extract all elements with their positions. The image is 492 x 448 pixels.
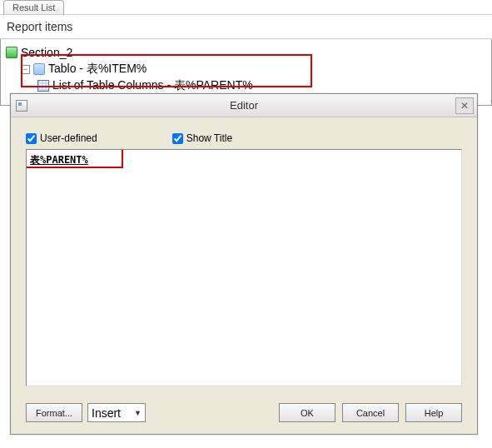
editor-textarea[interactable]: 表%PARENT% bbox=[26, 149, 462, 386]
tab-bar: Result List bbox=[0, 0, 492, 15]
collapse-icon[interactable]: − bbox=[21, 65, 30, 74]
format-button[interactable]: Format... bbox=[26, 403, 82, 422]
checkbox-row: User-defined Show Title bbox=[26, 132, 462, 144]
show-title-checkbox[interactable]: Show Title bbox=[172, 132, 232, 144]
help-button[interactable]: Help bbox=[405, 403, 462, 422]
tree-label-section: Section_2 bbox=[21, 46, 72, 59]
tab-result-list[interactable]: Result List bbox=[3, 0, 64, 14]
user-defined-input[interactable] bbox=[26, 133, 37, 144]
ok-button[interactable]: OK bbox=[279, 403, 335, 422]
chevron-down-icon: ▼ bbox=[134, 409, 142, 417]
editor-title-icon bbox=[16, 100, 27, 112]
editor-body: User-defined Show Title 表%PARENT% bbox=[11, 117, 477, 395]
tablo-icon bbox=[33, 63, 45, 75]
tree-node-listcols[interactable]: List of Table Columns - 表%PARENT% bbox=[4, 77, 488, 94]
tree-label-tablo: Tablo - 表%ITEM% bbox=[48, 62, 147, 77]
editor-window: Editor ✕ User-defined Show Title 表%PAREN… bbox=[10, 93, 478, 435]
close-button[interactable]: ✕ bbox=[455, 97, 474, 114]
button-row: Format... Insert ▼ OK Cancel Help bbox=[11, 395, 477, 434]
close-icon: ✕ bbox=[460, 100, 469, 112]
insert-dropdown[interactable]: Insert ▼ bbox=[87, 403, 146, 422]
section-icon bbox=[6, 47, 17, 58]
panel-title: Report items bbox=[0, 15, 492, 39]
editor-title: Editor bbox=[230, 99, 258, 112]
editor-text-content: 表%PARENT% bbox=[30, 154, 88, 166]
tree-label-listcols: List of Table Columns - 表%PARENT% bbox=[52, 78, 253, 93]
list-columns-icon bbox=[37, 80, 49, 92]
tree-node-tablo[interactable]: − Tablo - 表%ITEM% bbox=[4, 61, 488, 77]
cancel-button[interactable]: Cancel bbox=[342, 403, 399, 422]
show-title-input[interactable] bbox=[172, 133, 183, 144]
user-defined-checkbox[interactable]: User-defined bbox=[26, 132, 97, 144]
show-title-label: Show Title bbox=[186, 132, 232, 144]
insert-label: Insert bbox=[92, 406, 121, 420]
editor-titlebar: Editor ✕ bbox=[11, 94, 477, 117]
tree-node-section[interactable]: Section_2 bbox=[4, 44, 488, 61]
user-defined-label: User-defined bbox=[40, 132, 97, 144]
